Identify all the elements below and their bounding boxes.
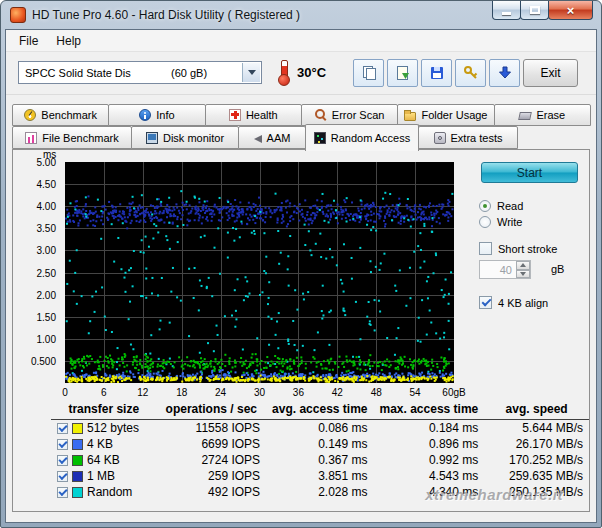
table-header-row: transfer size operations / sec avg. acce… — [51, 400, 589, 420]
random-access-icon — [314, 132, 326, 144]
chevron-down-icon — [248, 70, 256, 75]
y-axis-tick-label: 5.00 — [37, 157, 56, 168]
avg-access-value: 0.086 ms — [266, 420, 373, 437]
tab-info[interactable]: Info — [108, 104, 205, 126]
write-radio-label: Write — [497, 216, 522, 228]
y-axis-tick-label: 4.50 — [37, 179, 56, 190]
max-access-value: 0.992 ms — [374, 452, 485, 468]
file-benchmark-icon — [25, 132, 37, 144]
drive-select-dropdown-button[interactable] — [242, 63, 260, 82]
keys-icon — [463, 65, 479, 81]
close-icon: × — [567, 4, 575, 17]
tab-label: Random Access — [331, 132, 410, 144]
save-button[interactable] — [421, 59, 452, 87]
options-button[interactable] — [455, 59, 486, 87]
tab-benchmark[interactable]: Benchmark — [12, 104, 109, 126]
tab-random-access[interactable]: Random Access — [305, 124, 419, 151]
tab-erase[interactable]: Erase — [494, 104, 591, 126]
tab-label: AAM — [267, 132, 291, 144]
avg-access-value: 2.028 ms — [266, 484, 373, 500]
chevron-up-icon — [520, 263, 526, 267]
table-row: 1 MB 259 IOPS 3.851 ms 4.543 ms 259.635 … — [51, 468, 589, 484]
series-visibility-checkbox[interactable] — [57, 487, 68, 498]
series-color-swatch — [72, 455, 83, 466]
short-stroke-spinner — [516, 261, 530, 278]
watermark: xtremehardware.it — [425, 486, 563, 503]
exit-button[interactable]: Exit — [523, 59, 578, 87]
window-title: HD Tune Pro 4.60 - Hard Disk Utility ( R… — [32, 8, 300, 22]
chevron-down-icon — [520, 272, 526, 276]
app-icon — [10, 7, 26, 23]
avg-access-value: 3.851 ms — [266, 468, 373, 484]
x-axis-tick-label: 12 — [137, 387, 148, 398]
maximize-icon — [530, 6, 540, 14]
tab-health[interactable]: Health — [205, 104, 302, 126]
avg-access-value: 0.367 ms — [266, 452, 373, 468]
header-operations: operations / sec — [157, 400, 267, 420]
x-axis-tick-label: 60gB — [442, 387, 465, 398]
drive-name: SPCC Solid State Dis — [25, 67, 131, 79]
spinner-down-button[interactable] — [516, 270, 530, 279]
speaker-icon — [254, 135, 262, 143]
tab-label: Benchmark — [41, 109, 97, 121]
header-transfer-size: transfer size — [51, 400, 157, 420]
x-axis-tick-label: 24 — [215, 387, 226, 398]
max-access-value: 0.184 ms — [374, 420, 485, 437]
close-button[interactable]: × — [548, 1, 593, 20]
x-axis-tick-label: 42 — [332, 387, 343, 398]
tab-strip-row1: Benchmark Info Health Error Scan Folder … — [12, 104, 590, 126]
write-radio[interactable] — [479, 216, 491, 228]
minimize-icon — [502, 12, 511, 15]
y-axis-tick-label: 1.00 — [37, 333, 56, 344]
table-row: 4 KB 6699 IOPS 0.149 ms 0.896 ms 26.170 … — [51, 436, 589, 452]
series-size-label: 512 bytes — [87, 421, 139, 435]
table-row: 512 bytes 11558 IOPS 0.086 ms 0.184 ms 5… — [51, 420, 589, 437]
magnifier-icon — [315, 109, 327, 121]
minimize-button[interactable] — [492, 1, 521, 20]
tab-error-scan[interactable]: Error Scan — [301, 104, 398, 126]
tab-aam[interactable]: AAM — [238, 126, 306, 149]
tab-folder-usage[interactable]: Folder Usage — [397, 104, 494, 126]
spinner-up-button[interactable] — [516, 261, 530, 270]
random-access-scatter-chart — [65, 162, 454, 383]
x-axis-tick-label: 48 — [371, 387, 382, 398]
tab-label: Health — [246, 109, 278, 121]
copy-screenshot-button[interactable] — [353, 59, 384, 87]
series-visibility-checkbox[interactable] — [57, 439, 68, 450]
series-size-label: 1 MB — [87, 469, 115, 483]
series-visibility-checkbox[interactable] — [57, 423, 68, 434]
y-axis-tick-label: 0.500 — [31, 355, 56, 366]
align-label: 4 KB align — [498, 297, 548, 309]
short-stroke-unit-label: gB — [551, 263, 564, 275]
y-axis-tick-label: 3.50 — [37, 223, 56, 234]
menu-file[interactable]: File — [10, 31, 47, 51]
copy-to-clipboard-button[interactable] — [387, 59, 418, 87]
tab-label: Info — [156, 109, 174, 121]
tab-disk-monitor[interactable]: Disk monitor — [131, 126, 239, 149]
extra-tests-icon — [434, 132, 446, 144]
folder-icon — [404, 112, 416, 121]
menu-help[interactable]: Help — [47, 31, 90, 51]
tab-file-benchmark[interactable]: File Benchmark — [12, 126, 132, 149]
start-button[interactable]: Start — [481, 162, 578, 183]
series-visibility-checkbox[interactable] — [57, 455, 68, 466]
titlebar: HD Tune Pro 4.60 - Hard Disk Utility ( R… — [1, 1, 601, 29]
short-stroke-checkbox[interactable] — [479, 242, 492, 255]
export-results-button[interactable] — [489, 59, 520, 87]
x-axis-tick-label: 6 — [101, 387, 107, 398]
x-axis-tick-label: 0 — [62, 387, 68, 398]
series-visibility-checkbox[interactable] — [57, 471, 68, 482]
tab-label: Disk monitor — [163, 132, 224, 144]
drive-select[interactable]: SPCC Solid State Dis (60 gB) — [18, 61, 262, 84]
write-option-row: Write — [479, 216, 522, 228]
clipboard-icon — [395, 65, 411, 81]
drive-capacity: (60 gB) — [171, 67, 207, 79]
read-radio[interactable] — [479, 200, 491, 212]
short-stroke-row: Short stroke — [479, 242, 557, 255]
random-access-panel: ms 5.004.504.003.503.002.502.001.501.000… — [12, 149, 590, 512]
x-axis-tick-label: 30 — [254, 387, 265, 398]
tab-extra-tests[interactable]: Extra tests — [418, 126, 518, 149]
maximize-button[interactable] — [520, 1, 549, 20]
align-checkbox[interactable] — [479, 296, 492, 309]
copy-icon — [361, 65, 377, 81]
